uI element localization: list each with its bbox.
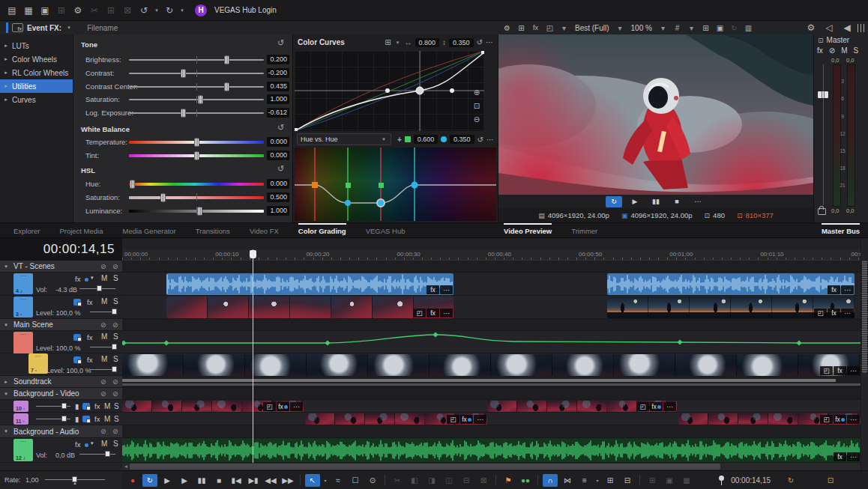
crop-tool-icon[interactable]: ◰ (543, 22, 556, 34)
track-group-header-main-scene[interactable]: ▾Main Scene⊘⊘ (0, 319, 122, 331)
audio-clip[interactable]: fx⋯ (166, 273, 453, 295)
selection-region-icon[interactable]: ⊡ (823, 474, 838, 487)
event-menu-icon[interactable]: ⋯ (847, 366, 860, 375)
crop-icon[interactable]: ◰ (814, 309, 827, 318)
snap-button[interactable]: ∩ (543, 474, 558, 487)
event-colors-button[interactable]: ●● (518, 474, 533, 487)
pause-button[interactable]: ▮▮ (194, 474, 209, 487)
level-icon[interactable]: ▮ (75, 402, 79, 410)
event-menu-icon[interactable]: ⋯ (440, 309, 453, 318)
curve-fit-icon[interactable]: ⊡ (471, 100, 482, 111)
preview-zoom-select[interactable]: 100 % (628, 24, 655, 32)
rewind-button[interactable]: ◀◀ (263, 474, 278, 487)
plugin-tree-item-utilities[interactable]: ▸Utilities (0, 79, 73, 93)
envelope-point[interactable] (163, 340, 169, 345)
hue-anchor-icon[interactable]: + (397, 136, 402, 144)
track-fx-button[interactable]: fx (94, 415, 100, 423)
compositing-mode-icon[interactable] (73, 299, 81, 306)
video-clip[interactable]: ◰fx⋯ (122, 401, 304, 412)
tab-color-grading[interactable]: Color Grading (298, 223, 346, 237)
level-icon[interactable]: ▮ (75, 415, 79, 423)
track-header-4[interactable]: ⋯4 ♪fx▾MSVol:-4.3 dB (0, 273, 122, 296)
project-properties-gear-icon[interactable]: ⚙ (70, 3, 85, 18)
collapsed-arrow-icon[interactable]: ▸ (0, 97, 12, 103)
preview-quality-select[interactable]: Best (Full) (572, 24, 612, 32)
track-header-10[interactable]: 10 ▫▮fxMS (0, 400, 122, 413)
collapsed-arrow-icon[interactable]: ▸ (0, 70, 12, 76)
solo-button[interactable]: S (113, 355, 118, 363)
undo-dropdown-icon[interactable]: ▾ (153, 3, 160, 18)
event-menu-icon[interactable]: ⋯ (841, 285, 854, 294)
collapsed-arrow-icon[interactable]: ▸ (0, 83, 12, 89)
event-fx-icon[interactable]: fx (828, 285, 840, 294)
solo-button[interactable]: S (113, 332, 118, 341)
pause-button[interactable]: ▮▮ (648, 196, 664, 207)
curves-reset-icon[interactable]: ↺ (477, 38, 483, 46)
group-mute-icon[interactable]: ⊘ (112, 263, 118, 270)
tab-vegas-hub[interactable]: VEGAS Hub (366, 223, 406, 237)
slider-handle[interactable] (198, 95, 203, 104)
redo-icon[interactable]: ↻ (162, 3, 177, 18)
master-fader-handle[interactable] (818, 91, 828, 98)
slider-handle[interactable] (181, 69, 186, 78)
video-clip[interactable]: ◰fx⋯ (122, 354, 861, 376)
audio-settings-gear-icon[interactable]: ⚙ (804, 20, 819, 35)
slider-handle[interactable] (194, 138, 199, 147)
zoom-edit-tool-button[interactable]: ⊙ (365, 474, 380, 487)
plugin-tree-item-luts[interactable]: ▸LUTs (0, 39, 73, 52)
envelope-point[interactable] (122, 340, 127, 345)
track-header-3[interactable]: ⋯3 ▫fxMSLevel: 100,0 % (0, 296, 122, 319)
group-expanded-arrow-icon[interactable]: ▾ (0, 322, 12, 328)
track-header-11[interactable]: 11 ▫▮fxMS (0, 413, 122, 425)
envelope-point[interactable] (433, 332, 438, 337)
external-monitor-icon[interactable]: ▥ (742, 22, 755, 34)
tab-project-media[interactable]: Project Media (59, 223, 103, 237)
playhead-line[interactable] (253, 249, 253, 463)
normal-edit-tool-dropdown-icon[interactable]: ▾ (322, 478, 328, 483)
video-clip[interactable]: ◰fx⋯ (678, 413, 861, 425)
track-color-tab[interactable]: ⋯7 ▫ (28, 353, 48, 374)
vegas-hub-icon[interactable]: H (195, 4, 207, 16)
event-fx-icon[interactable]: fx (828, 309, 840, 318)
event-menu-icon[interactable]: ⋯ (290, 402, 303, 411)
video-clip[interactable]: ◰fx⋯ (305, 413, 487, 425)
preview-settings-gear-icon[interactable]: ⚙ (501, 22, 513, 34)
mute-button[interactable]: M (101, 355, 107, 363)
loop-region-icon[interactable]: ↻ (783, 474, 798, 487)
video-clip[interactable]: ◰fx⋯ (607, 297, 855, 318)
track-grip-dots[interactable]: ⋯ (13, 297, 33, 303)
new-project-icon[interactable]: ▤ (4, 3, 19, 18)
level-slider-handle[interactable] (112, 309, 117, 315)
play-button[interactable]: ▶ (627, 196, 643, 207)
track-lane-6[interactable] (122, 331, 861, 353)
track-group-header-soundtrack[interactable]: ▸Soundtrack⊘⊘ (0, 376, 122, 388)
track-color-tab[interactable]: ⋯4 ♪ (13, 273, 33, 294)
group-expanded-arrow-icon[interactable]: ▾ (0, 264, 12, 270)
zoom-dropdown-icon[interactable]: ▾ (657, 22, 669, 34)
slider-track-hue-[interactable] (129, 183, 264, 186)
hue-point-x-value[interactable]: 0.600 (414, 135, 438, 144)
volume-down-icon[interactable]: ◁ (822, 20, 837, 35)
curves-menu-icon[interactable]: ⋯ (486, 38, 493, 46)
tab-media-generator[interactable]: Media Generator (122, 223, 175, 237)
volume-slider-handle[interactable] (105, 451, 110, 457)
track-group-header-background-audio[interactable]: ▾Background - Audio⊘⊘ (0, 425, 122, 438)
mixer-icon[interactable] (858, 24, 866, 32)
horizontal-scrollbar-thumb[interactable] (130, 464, 720, 470)
compositing-mode-icon[interactable] (82, 403, 90, 410)
audio-clip[interactable]: fx⋯ (122, 439, 861, 462)
crop-icon[interactable]: ◰ (263, 402, 276, 411)
crop-icon[interactable]: ◰ (820, 366, 833, 375)
tab-video-fx[interactable]: Video FX (250, 223, 279, 237)
track-fx-button[interactable]: fx (87, 298, 92, 306)
slider-value[interactable]: 0.000 (267, 137, 289, 147)
solo-button[interactable]: S (114, 402, 119, 410)
normal-edit-tool-button[interactable]: ↖ (305, 474, 320, 487)
open-project-icon[interactable]: ▦ (21, 3, 36, 18)
automation-dropdown-icon[interactable]: ▾ (91, 275, 94, 281)
selection-edit-tool-button[interactable]: ☐ (348, 474, 363, 487)
slider-handle[interactable] (130, 180, 135, 189)
track-fx-button[interactable]: fx (75, 275, 80, 283)
master-solo-button[interactable]: S (854, 46, 859, 55)
slider-track-log-exposure-[interactable] (129, 112, 264, 114)
